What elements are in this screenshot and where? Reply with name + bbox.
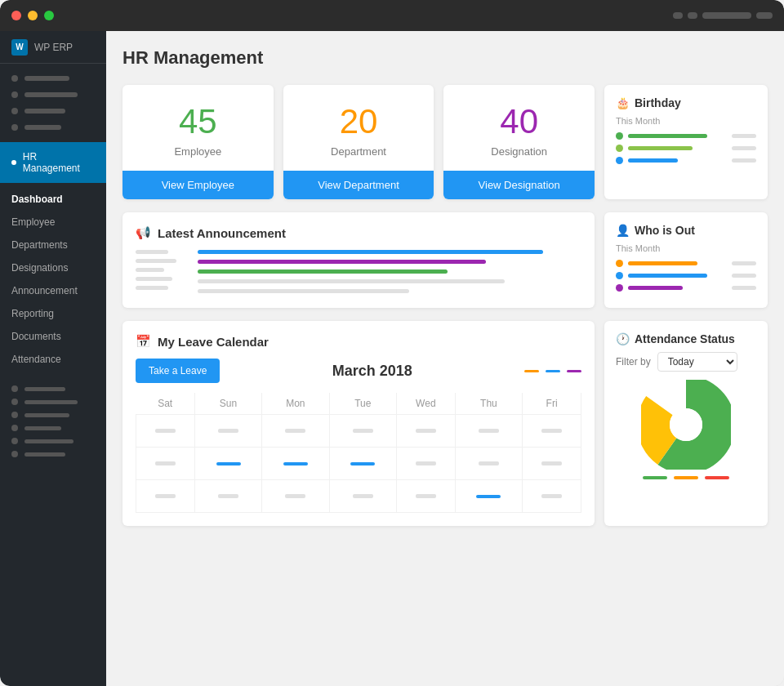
sidebar-item-departments[interactable]: Departments xyxy=(0,234,106,256)
ann-bar-5 xyxy=(198,289,409,293)
cal-cell-1-3 xyxy=(262,415,329,448)
hr-management-section: HR Management xyxy=(0,142,106,183)
sidebar-item-reporting[interactable]: Reporting xyxy=(0,302,106,325)
attendance-panel: 🕐 Attendance Status Filter by Today This… xyxy=(604,321,768,526)
ann-bar-4 xyxy=(198,279,505,283)
sidebar-item-designations[interactable]: Designations xyxy=(0,256,106,279)
sidebar-item-employee[interactable]: Employee xyxy=(0,211,106,234)
cal-empty xyxy=(155,494,176,498)
filter-select[interactable]: Today This Week This Month xyxy=(657,352,737,372)
bottom-item-1[interactable] xyxy=(11,385,95,392)
cal-cell-2-2 xyxy=(194,448,261,480)
take-leave-button[interactable]: Take a Leave xyxy=(136,359,220,383)
minimize-button[interactable] xyxy=(28,11,38,20)
calendar-table: Sat Sun Mon Tue Wed Thu Fri xyxy=(136,393,581,513)
ann-bar-3 xyxy=(198,270,448,274)
birthday-panel-title: 🎂 Birthday xyxy=(616,96,756,109)
birthday-dot-2 xyxy=(616,145,623,152)
cal-th-thu: Thu xyxy=(455,393,522,415)
sidebar-bar-1 xyxy=(24,76,69,81)
bottom-item-4[interactable] xyxy=(11,425,95,431)
sidebar-item-announcement[interactable]: Announcement xyxy=(0,279,106,302)
who-is-out-subtitle: This Month xyxy=(616,243,756,253)
who-is-out-panel: 👤 Who is Out This Month xyxy=(604,212,768,308)
title-bar-rect xyxy=(702,12,751,19)
sidebar-hr-management[interactable]: HR Management xyxy=(0,145,106,180)
who-out-bar-1 xyxy=(628,261,697,265)
sidebar-dot-2 xyxy=(11,91,18,98)
view-designation-button[interactable]: View Designation xyxy=(443,171,595,199)
legend-dash-2 xyxy=(546,370,560,372)
view-employee-button[interactable]: View Employee xyxy=(122,171,274,199)
calendar-icon: 📅 xyxy=(136,334,151,349)
who-is-out-title: 👤 Who is Out xyxy=(616,224,756,237)
cal-cell-2-3 xyxy=(262,448,329,480)
cal-cell-1-2 xyxy=(194,415,261,448)
cal-cell-2-6 xyxy=(455,448,522,480)
calendar-section-title: 📅 My Leave Calendar xyxy=(136,334,581,349)
sidebar-item-3[interactable] xyxy=(0,103,106,119)
who-out-dot-2 xyxy=(616,272,623,279)
birthday-item-1 xyxy=(616,132,756,140)
cal-header-row: Sat Sun Mon Tue Wed Thu Fri xyxy=(136,393,581,415)
title-bar-rect2 xyxy=(756,12,773,19)
ann-left-line-2 xyxy=(136,259,176,263)
maximize-button[interactable] xyxy=(44,11,54,20)
bottom-item-2[interactable] xyxy=(11,399,95,405)
attendance-filter: Filter by Today This Week This Month xyxy=(616,352,756,372)
who-out-dot-1 xyxy=(616,260,623,267)
cal-th-sun: Sun xyxy=(194,393,261,415)
who-out-bar-wrap-3 xyxy=(628,286,727,290)
birthday-item-3 xyxy=(616,157,756,164)
sidebar-item-2[interactable] xyxy=(0,87,106,103)
sidebar: W WP ERP xyxy=(0,31,106,686)
cal-empty xyxy=(353,494,373,498)
attendance-pie-svg xyxy=(641,380,731,470)
second-row: 📢 Latest Announcement xyxy=(122,212,768,308)
who-out-bar-2 xyxy=(628,274,707,278)
cal-cell-1-5 xyxy=(396,415,455,448)
sidebar-item-4[interactable] xyxy=(0,119,106,136)
bottom-dot-5 xyxy=(11,438,18,444)
who-out-line-1 xyxy=(732,261,756,265)
birthday-line-2 xyxy=(732,146,756,150)
bottom-item-3[interactable] xyxy=(11,412,95,418)
bottom-bar-5 xyxy=(24,439,74,443)
bottom-dot-4 xyxy=(11,425,18,431)
bottom-item-5[interactable] xyxy=(11,438,95,444)
leave-calendar-section: 📅 My Leave Calendar Take a Leave March 2… xyxy=(122,321,595,526)
calendar-header: Take a Leave March 2018 xyxy=(136,359,581,383)
stat-card-department: 20 Department View Department xyxy=(283,85,434,199)
legend-dash-1 xyxy=(524,370,539,372)
birthday-dot-1 xyxy=(616,132,623,140)
active-indicator xyxy=(11,160,16,165)
cal-th-tue: Tue xyxy=(329,393,396,415)
app-body: W WP ERP xyxy=(0,31,784,686)
bottom-item-6[interactable] xyxy=(11,451,95,457)
calendar-legend xyxy=(524,370,581,372)
cal-cell-3-5 xyxy=(396,480,455,513)
sidebar-item-documents[interactable]: Documents xyxy=(0,325,106,348)
birthday-panel: 🎂 Birthday This Month xyxy=(604,85,768,199)
wp-icon: W xyxy=(11,39,28,56)
cal-row-3 xyxy=(136,480,581,513)
att-bar-orange xyxy=(674,476,698,479)
cal-empty xyxy=(155,429,176,433)
cal-cell-1-7 xyxy=(523,415,581,448)
cal-cell-2-4 xyxy=(329,448,396,480)
sidebar-top: W WP ERP xyxy=(0,31,106,64)
cal-cell-3-1 xyxy=(136,480,195,513)
cal-empty xyxy=(416,494,436,498)
cal-th-fri: Fri xyxy=(523,393,581,415)
cal-empty xyxy=(218,429,238,433)
sidebar-item-dashboard[interactable]: Dashboard xyxy=(0,188,106,211)
sidebar-item-1[interactable] xyxy=(0,70,106,87)
stat-number-designation: 40 xyxy=(457,101,581,142)
sidebar-item-attendance[interactable]: Attendance xyxy=(0,348,106,371)
title-bar-oval1 xyxy=(673,12,683,19)
ann-right-lines xyxy=(198,250,581,295)
cal-cell-3-6 xyxy=(455,480,522,513)
close-button[interactable] xyxy=(11,11,21,20)
bottom-bar-3 xyxy=(24,413,69,417)
view-department-button[interactable]: View Department xyxy=(283,171,434,199)
